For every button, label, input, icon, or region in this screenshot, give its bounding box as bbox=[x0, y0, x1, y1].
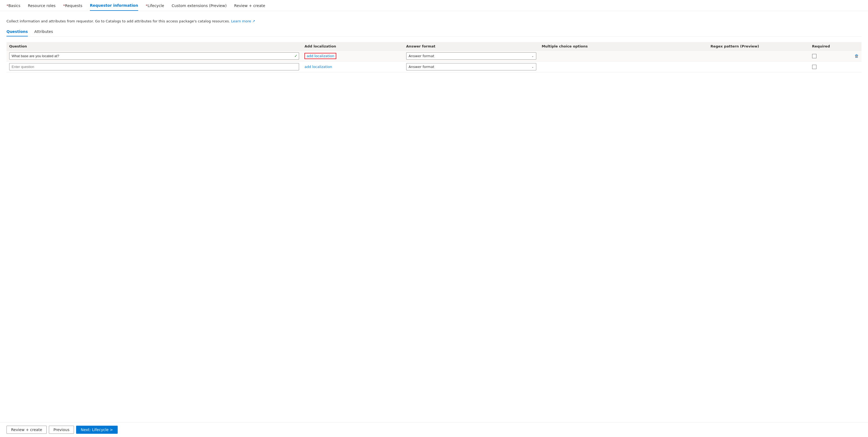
required-cell-2 bbox=[809, 61, 852, 72]
question-cell-2 bbox=[6, 61, 302, 72]
answer-format-dropdown-1[interactable]: Answer format ⌄ bbox=[406, 52, 536, 60]
localization-cell-1: add localization bbox=[302, 51, 403, 61]
sub-tab-questions[interactable]: Questions bbox=[6, 29, 28, 36]
col-header-required: Required bbox=[809, 42, 852, 51]
question-input-wrapper-2 bbox=[9, 63, 299, 70]
tab-basics[interactable]: *Basics bbox=[6, 3, 20, 10]
question-input-2[interactable] bbox=[9, 63, 299, 70]
tab-review-create[interactable]: Review + create bbox=[234, 3, 265, 10]
col-header-question: Question bbox=[6, 42, 302, 51]
tab-requests[interactable]: *Requests bbox=[63, 3, 82, 10]
localization-cell-2: add localization bbox=[302, 61, 403, 72]
actions-cell-2 bbox=[852, 61, 862, 72]
answer-format-cell-1: Answer format ⌄ bbox=[403, 51, 539, 61]
main-content: Collect information and attributes from … bbox=[0, 14, 868, 422]
sub-tabs: Questions Attributes bbox=[6, 29, 862, 37]
tab-lifecycle[interactable]: *Lifecycle bbox=[146, 3, 164, 10]
col-header-answer-format: Answer format bbox=[403, 42, 539, 51]
multiple-choice-cell-1 bbox=[539, 51, 708, 61]
table-row: ✓ add localization Answer format ⌄ bbox=[6, 51, 862, 61]
question-input-1[interactable] bbox=[9, 52, 299, 60]
description-text: Collect information and attributes from … bbox=[6, 19, 862, 24]
tab-requestor-information[interactable]: Requestor information bbox=[90, 3, 138, 11]
review-create-button[interactable]: Review + create bbox=[6, 426, 47, 434]
required-star: * bbox=[6, 3, 8, 8]
questions-table: Question Add localization Answer format … bbox=[6, 42, 862, 72]
previous-button[interactable]: Previous bbox=[49, 426, 74, 434]
chevron-down-icon: ⌄ bbox=[531, 65, 534, 68]
learn-more-link[interactable]: Learn more ↗ bbox=[231, 19, 255, 23]
next-lifecycle-button[interactable]: Next: Lifecycle > bbox=[76, 426, 117, 434]
required-checkbox-2[interactable] bbox=[812, 65, 816, 69]
multiple-choice-cell-2 bbox=[539, 61, 708, 72]
checkmark-icon: ✓ bbox=[294, 54, 298, 58]
answer-format-cell-2: Answer format ⌄ bbox=[403, 61, 539, 72]
col-header-actions bbox=[852, 42, 862, 51]
chevron-down-icon: ⌄ bbox=[531, 55, 534, 58]
table-row: add localization Answer format ⌄ bbox=[6, 61, 862, 72]
regex-cell-2 bbox=[708, 61, 809, 72]
col-header-localization: Add localization bbox=[302, 42, 403, 51]
col-header-multiple-choice: Multiple choice options bbox=[539, 42, 708, 51]
required-cell-1 bbox=[809, 51, 852, 61]
required-star: * bbox=[63, 3, 65, 8]
footer: Review + create Previous Next: Lifecycle… bbox=[0, 422, 868, 437]
table-header-row: Question Add localization Answer format … bbox=[6, 42, 862, 51]
add-localization-link-1[interactable]: add localization bbox=[305, 53, 336, 59]
regex-cell-1 bbox=[708, 51, 809, 61]
question-cell-1: ✓ bbox=[6, 51, 302, 61]
sub-tab-attributes[interactable]: Attributes bbox=[34, 29, 53, 36]
tab-custom-extensions[interactable]: Custom extensions (Preview) bbox=[172, 3, 227, 10]
answer-format-dropdown-2[interactable]: Answer format ⌄ bbox=[406, 63, 536, 70]
question-input-wrapper-1: ✓ bbox=[9, 52, 299, 60]
delete-icon-1[interactable]: 🗑 bbox=[855, 54, 859, 59]
tab-resource-roles[interactable]: Resource roles bbox=[28, 3, 55, 10]
required-checkbox-1[interactable] bbox=[812, 54, 816, 58]
add-localization-link-2[interactable]: add localization bbox=[305, 65, 332, 69]
col-header-regex: Regex pattern (Preview) bbox=[708, 42, 809, 51]
nav-tabs: *Basics Resource roles *Requests Request… bbox=[0, 0, 868, 11]
actions-cell-1: 🗑 bbox=[852, 51, 862, 61]
required-star: * bbox=[146, 3, 148, 8]
